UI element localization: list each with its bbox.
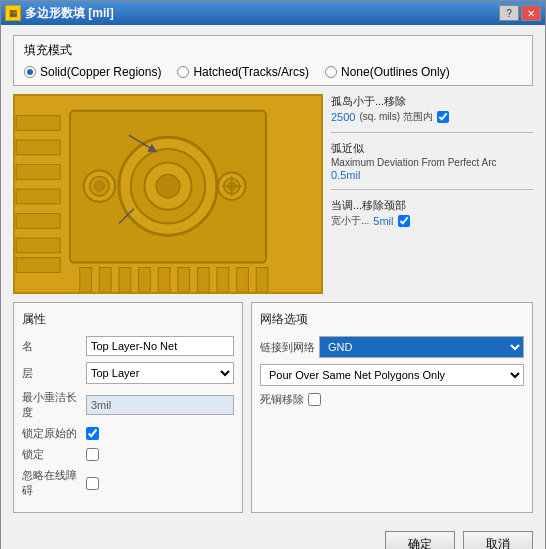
radio-none[interactable]: None(Outlines Only) bbox=[325, 65, 450, 79]
svg-rect-1 bbox=[16, 116, 60, 131]
min-seg-input bbox=[86, 395, 234, 415]
attr-panel-title: 属性 bbox=[22, 311, 234, 328]
orphan-label: 孤岛小于...移除 bbox=[331, 94, 533, 109]
close-button[interactable]: ✕ bbox=[521, 5, 541, 21]
fill-mode-section: 填充模式 Solid(Copper Regions) Hatched(Track… bbox=[13, 35, 533, 86]
lock-orig-label: 锁定原始的 bbox=[22, 426, 82, 441]
svg-point-22 bbox=[156, 174, 180, 198]
window-title: 多边形数填 [mil] bbox=[25, 5, 114, 22]
footer: 确定 取消 bbox=[1, 523, 545, 549]
lock-row: 锁定 bbox=[22, 447, 234, 462]
svg-rect-10 bbox=[119, 268, 131, 293]
right-panel: 孤岛小于...移除 2500 (sq. mils) 范围内 弧近似 Maximu… bbox=[331, 94, 533, 294]
radio-none-circle bbox=[325, 66, 337, 78]
orphan-checkbox[interactable] bbox=[437, 111, 449, 123]
titlebar-left: ▦ 多边形数填 [mil] bbox=[5, 5, 114, 22]
ignore-row: 忽略在线障碍 bbox=[22, 468, 234, 498]
network-panel: 网络选项 链接到网络 GND VCC No Net Pour Over Same… bbox=[251, 302, 533, 513]
remove-value: 5mil bbox=[373, 215, 393, 227]
net-panel-title: 网络选项 bbox=[260, 311, 524, 328]
ignore-label: 忽略在线障碍 bbox=[22, 468, 82, 498]
main-window: ▦ 多边形数填 [mil] ? ✕ 填充模式 Solid(Copper Regi… bbox=[0, 0, 546, 549]
lock-label: 锁定 bbox=[22, 447, 82, 462]
arc-row: 弧近似 Maximum Deviation From Perfect Arc 0… bbox=[331, 141, 533, 181]
titlebar: ▦ 多边形数填 [mil] ? ✕ bbox=[1, 1, 545, 25]
radio-solid-circle bbox=[24, 66, 36, 78]
layer-label: 层 bbox=[22, 366, 82, 381]
lock-checkbox[interactable] bbox=[86, 448, 99, 461]
dead-label: 死铜移除 bbox=[260, 392, 304, 407]
arc-label: 弧近似 bbox=[331, 141, 533, 156]
arc-value: 0.5mil bbox=[331, 169, 533, 181]
svg-rect-4 bbox=[16, 189, 60, 204]
radio-solid[interactable]: Solid(Copper Regions) bbox=[24, 65, 161, 79]
svg-rect-16 bbox=[237, 268, 249, 293]
help-button[interactable]: ? bbox=[499, 5, 519, 21]
remove-label: 当调...移除颈部 bbox=[331, 198, 533, 213]
titlebar-controls: ? ✕ bbox=[499, 5, 541, 21]
cancel-button[interactable]: 取消 bbox=[463, 531, 533, 549]
radio-solid-label: Solid(Copper Regions) bbox=[40, 65, 161, 79]
attributes-panel: 属性 名 层 Top Layer 最小垂洁长度 锁定原始的 bbox=[13, 302, 243, 513]
main-area: 孤岛小于...移除 2500 (sq. mils) 范围内 弧近似 Maximu… bbox=[13, 94, 533, 294]
svg-rect-3 bbox=[16, 165, 60, 180]
pour-select[interactable]: Pour Over Same Net Polygons Only Pour Ov… bbox=[260, 364, 524, 386]
min-seg-row: 最小垂洁长度 bbox=[22, 390, 234, 420]
window-icon: ▦ bbox=[5, 5, 21, 21]
svg-rect-6 bbox=[16, 238, 60, 253]
orphan-unit: (sq. mils) 范围内 bbox=[359, 110, 432, 124]
arc-desc: Maximum Deviation From Perfect Arc bbox=[331, 157, 533, 168]
dead-checkbox[interactable] bbox=[308, 393, 321, 406]
layer-row: 层 Top Layer bbox=[22, 362, 234, 384]
name-input[interactable] bbox=[86, 336, 234, 356]
name-row: 名 bbox=[22, 336, 234, 356]
layer-select[interactable]: Top Layer bbox=[86, 362, 234, 384]
bottom-panels: 属性 名 层 Top Layer 最小垂洁长度 锁定原始的 bbox=[13, 302, 533, 513]
svg-rect-9 bbox=[99, 268, 111, 293]
svg-point-25 bbox=[95, 181, 105, 191]
svg-rect-11 bbox=[139, 268, 151, 293]
connect-label: 链接到网络 bbox=[260, 340, 315, 355]
connect-select[interactable]: GND VCC No Net bbox=[319, 336, 524, 358]
radio-hatched-label: Hatched(Tracks/Arcs) bbox=[193, 65, 309, 79]
remove-row: 当调...移除颈部 宽小于... 5mil bbox=[331, 198, 533, 228]
svg-rect-13 bbox=[178, 268, 190, 293]
svg-rect-17 bbox=[256, 268, 268, 293]
svg-rect-7 bbox=[16, 258, 60, 273]
radio-hatched-circle bbox=[177, 66, 189, 78]
pcb-svg bbox=[15, 96, 321, 292]
fill-mode-radio-group: Solid(Copper Regions) Hatched(Tracks/Arc… bbox=[24, 65, 522, 79]
name-label: 名 bbox=[22, 339, 82, 354]
orphan-value-row: 2500 (sq. mils) 范围内 bbox=[331, 110, 533, 124]
connect-row: 链接到网络 GND VCC No Net bbox=[260, 336, 524, 358]
lock-orig-row: 锁定原始的 bbox=[22, 426, 234, 441]
fill-mode-title: 填充模式 bbox=[24, 42, 522, 59]
remove-sub: 宽小于... bbox=[331, 214, 369, 228]
svg-rect-14 bbox=[197, 268, 209, 293]
orphan-row: 孤岛小于...移除 2500 (sq. mils) 范围内 bbox=[331, 94, 533, 124]
svg-rect-15 bbox=[217, 268, 229, 293]
min-seg-label: 最小垂洁长度 bbox=[22, 390, 82, 420]
orphan-value: 2500 bbox=[331, 111, 355, 123]
remove-checkbox[interactable] bbox=[398, 215, 410, 227]
ignore-checkbox[interactable] bbox=[86, 477, 99, 490]
pcb-preview bbox=[13, 94, 323, 294]
svg-rect-12 bbox=[158, 268, 170, 293]
svg-rect-5 bbox=[16, 214, 60, 229]
remove-value-row: 宽小于... 5mil bbox=[331, 214, 533, 228]
dead-copper-row: 死铜移除 bbox=[260, 392, 524, 407]
lock-orig-checkbox[interactable] bbox=[86, 427, 99, 440]
pour-row: Pour Over Same Net Polygons Only Pour Ov… bbox=[260, 364, 524, 386]
ok-button[interactable]: 确定 bbox=[385, 531, 455, 549]
radio-none-label: None(Outlines Only) bbox=[341, 65, 450, 79]
content-area: 填充模式 Solid(Copper Regions) Hatched(Track… bbox=[1, 25, 545, 523]
radio-hatched[interactable]: Hatched(Tracks/Arcs) bbox=[177, 65, 309, 79]
svg-rect-8 bbox=[80, 268, 92, 293]
svg-rect-2 bbox=[16, 140, 60, 155]
